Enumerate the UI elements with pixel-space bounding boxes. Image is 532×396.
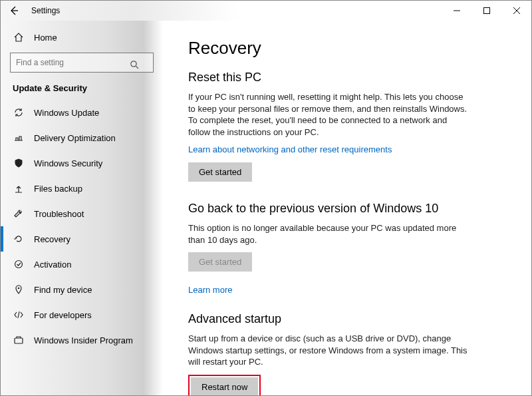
sidebar-item-activation[interactable]: Activation — [1, 252, 163, 277]
maximize-button[interactable] — [471, 1, 501, 21]
wrench-icon — [13, 208, 25, 220]
advanced-heading: Advanced startup — [188, 312, 510, 326]
sidebar-item-delivery-optimization[interactable]: Delivery Optimization — [1, 125, 163, 150]
delivery-icon — [13, 132, 25, 144]
sidebar-item-label: Recovery — [34, 234, 70, 244]
restart-now-button[interactable]: Restart now — [191, 377, 258, 395]
insider-icon — [13, 334, 25, 346]
sync-icon — [13, 106, 25, 118]
svg-point-3 — [18, 288, 20, 290]
search-input[interactable] — [10, 53, 154, 73]
shield-icon — [13, 157, 25, 169]
sidebar-item-windows-update[interactable]: Windows Update — [1, 100, 163, 125]
title-bar: Settings — [1, 1, 531, 21]
home-icon — [13, 31, 25, 43]
reset-body: If your PC isn't running well, resetting… — [188, 91, 467, 138]
sidebar-item-label: Windows Security — [34, 158, 102, 168]
sidebar-item-troubleshoot[interactable]: Troubleshoot — [1, 201, 163, 226]
goback-body: This option is no longer available becau… — [188, 222, 467, 246]
section-advanced-startup: Advanced startup Start up from a device … — [188, 312, 510, 395]
goback-learn-more-link[interactable]: Learn more — [188, 285, 232, 295]
reset-get-started-button[interactable]: Get started — [188, 162, 252, 182]
activation-icon — [13, 258, 25, 270]
sidebar-item-windows-security[interactable]: Windows Security — [1, 150, 163, 176]
reset-learn-link[interactable]: Learn about networking and other reset r… — [188, 144, 392, 154]
goback-heading: Go back to the previous version of Windo… — [188, 202, 510, 216]
recovery-icon — [13, 233, 25, 245]
sidebar-item-label: Windows Update — [34, 108, 99, 118]
backup-icon — [13, 182, 25, 194]
sidebar-item-label: Troubleshoot — [34, 209, 84, 219]
minimize-button[interactable] — [442, 1, 471, 21]
sidebar-item-label: Delivery Optimization — [34, 133, 116, 143]
back-arrow-icon — [9, 5, 19, 16]
goback-get-started-button: Get started — [188, 252, 252, 272]
back-button[interactable] — [6, 3, 22, 19]
sidebar-item-label: Files backup — [34, 184, 82, 194]
sidebar-item-insider-program[interactable]: Windows Insider Program — [1, 327, 163, 353]
main-content: Recovery Reset this PC If your PC isn't … — [163, 21, 531, 395]
close-button[interactable] — [501, 1, 531, 21]
svg-rect-4 — [15, 338, 23, 343]
sidebar-category: Update & Security — [1, 79, 163, 100]
sidebar-item-label: For developers — [34, 310, 92, 320]
sidebar-item-label: Windows Insider Program — [34, 335, 133, 345]
page-title: Recovery — [188, 38, 510, 59]
section-reset-pc: Reset this PC If your PC isn't running w… — [188, 71, 510, 195]
section-go-back: Go back to the previous version of Windo… — [188, 202, 510, 303]
sidebar-item-recovery[interactable]: Recovery — [1, 226, 163, 252]
reset-heading: Reset this PC — [188, 71, 510, 85]
sidebar-item-label: Find my device — [34, 285, 92, 295]
home-button[interactable]: Home — [1, 25, 163, 50]
sidebar-item-files-backup[interactable]: Files backup — [1, 176, 163, 201]
sidebar-item-label: Activation — [34, 260, 71, 270]
advanced-body: Start up from a device or disc (such as … — [188, 333, 467, 368]
developer-icon — [13, 309, 25, 321]
location-icon — [13, 284, 25, 296]
sidebar-item-find-my-device[interactable]: Find my device — [1, 277, 163, 302]
restart-now-highlight: Restart now — [188, 375, 261, 395]
sidebar-item-for-developers[interactable]: For developers — [1, 302, 163, 327]
home-label: Home — [34, 33, 57, 43]
svg-rect-0 — [483, 8, 489, 14]
sidebar: Home Update & Security Windows Update De… — [1, 21, 163, 395]
svg-point-2 — [15, 261, 23, 268]
window-title: Settings — [31, 6, 60, 15]
